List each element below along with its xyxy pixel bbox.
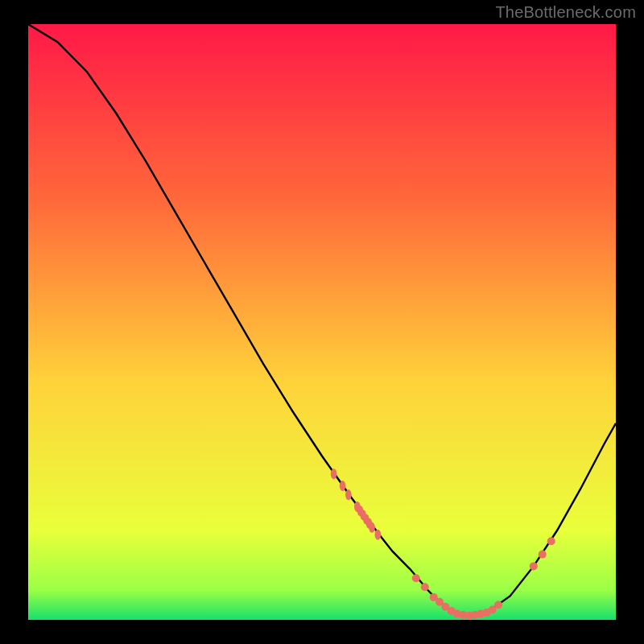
curve-marker — [375, 530, 382, 540]
curve-marker — [369, 522, 375, 533]
curve-marker — [340, 481, 346, 491]
curve-marker — [494, 601, 502, 609]
curve-marker — [345, 489, 352, 500]
curve-marker — [412, 574, 420, 582]
plot-area — [28, 24, 616, 620]
curve-marker — [539, 551, 547, 559]
watermark-text: TheBottleneck.com — [495, 3, 636, 22]
chart-svg — [28, 24, 616, 620]
curve-marker — [331, 469, 337, 479]
curve-marker — [547, 537, 555, 545]
curve-marker — [421, 583, 429, 591]
curve-marker — [530, 562, 538, 570]
chart-root: TheBottleneck.com — [0, 0, 644, 644]
